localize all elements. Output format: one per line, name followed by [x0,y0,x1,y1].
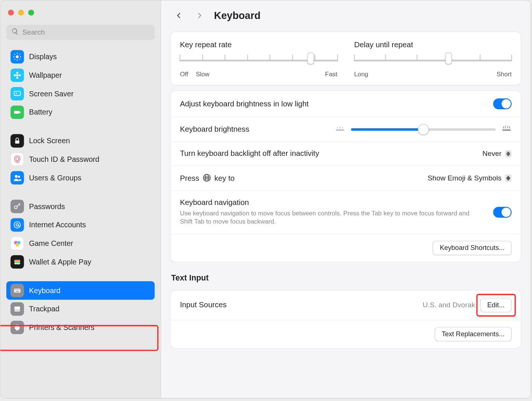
sidebar-item-displays[interactable]: Displays [6,48,155,66]
svg-rect-30 [15,260,20,261]
page-title: Keyboard [214,10,260,22]
text-replacements-button[interactable]: Text Replacements... [435,327,512,341]
svg-rect-17 [20,112,21,113]
key-repeat-slider[interactable] [180,54,337,66]
wallet-icon [10,255,24,269]
edit-input-sources-button[interactable]: Edit... [480,298,512,312]
svg-line-6 [19,59,20,60]
adjust-brightness-toggle[interactable] [493,98,512,109]
input-sources-value: U.S. and Dvorak [423,301,475,309]
sidebar-item-label: Displays [29,52,57,61]
svg-point-9 [16,74,19,76]
screen-icon [10,87,24,100]
svg-point-0 [16,55,19,58]
svg-rect-51 [505,125,506,128]
svg-point-19 [15,175,18,178]
backlight-off-value: Never [483,150,501,158]
zoom-icon[interactable] [28,10,34,16]
svg-rect-16 [14,111,20,114]
users-icon [10,171,24,185]
fingerprint-icon [10,153,24,166]
svg-line-7 [15,59,15,60]
key-repeat-group: Key repeat rate Off Slow Fast [180,40,337,77]
search-icon [12,28,19,37]
sidebar-item-printers-scanners[interactable]: Printers & Scanners [6,318,155,337]
svg-rect-35 [16,289,17,290]
svg-rect-18 [15,141,19,144]
minimize-icon[interactable] [18,10,24,16]
window-controls [6,6,155,25]
delay-group: Delay until repeat Long Short [354,40,512,77]
brightness-panel: Adjust keyboard brightness in low light … [170,90,522,262]
press-globe-label: Press key to [180,174,235,183]
svg-rect-45 [336,129,344,130]
svg-rect-43 [16,325,19,327]
text-input-panel: Input Sources U.S. and Dvorak Edit... Te… [170,290,522,348]
delay-lbl-long: Long [354,70,368,77]
brightness-high-icon [501,125,512,133]
backlight-off-label: Turn keyboard backlight off after inacti… [180,149,319,158]
sidebar-item-internet-accounts[interactable]: Internet Accounts [6,216,155,234]
sidebar-item-battery[interactable]: Battery [6,103,155,122]
sidebar-item-passwords[interactable]: Passwords [6,197,155,216]
sidebar-item-users-groups[interactable]: Users & Groups [6,169,155,187]
svg-rect-34 [15,289,16,290]
sidebar-item-game-center[interactable]: Game Center [6,234,155,253]
sidebar-item-touch-id-password[interactable]: Touch ID & Password [6,150,155,169]
back-button[interactable] [174,10,185,21]
sidebar-item-label: Battery [29,108,52,117]
svg-rect-49 [503,129,511,130]
press-globe-value: Show Emoji & Symbols [428,174,502,183]
battery-icon [10,106,24,119]
sidebar-item-lock-screen[interactable]: Lock Screen [6,132,155,150]
backlight-off-dropdown[interactable]: Never [483,150,512,158]
sidebar-item-label: Game Center [29,239,73,248]
kb-brightness-label: Keyboard brightness [180,125,250,134]
svg-point-28 [16,243,19,246]
svg-rect-14 [14,91,20,95]
kb-brightness-slider[interactable] [351,128,496,131]
sidebar-item-label: Printers & Scanners [29,323,94,332]
svg-rect-50 [503,126,504,128]
sidebar-item-label: Passwords [29,202,65,211]
keyboard-shortcuts-button[interactable]: Keyboard Shortcuts... [433,241,512,255]
svg-point-12 [14,74,16,76]
svg-rect-40 [15,307,20,311]
main-content: Keyboard Key repeat rate Off Slow Fast D… [161,0,531,398]
trackpad-icon [10,302,24,315]
sidebar-item-label: Users & Groups [29,173,81,182]
keyboard-icon [10,284,24,297]
svg-rect-44 [16,328,19,330]
svg-rect-37 [18,289,19,290]
close-icon[interactable] [8,10,14,16]
svg-point-15 [16,93,17,94]
svg-rect-53 [509,126,510,128]
chevron-updown-icon [505,174,512,182]
sidebar-item-keyboard[interactable]: Keyboard [6,281,155,300]
search-placeholder: Search [22,28,45,37]
repeat-lbl-slow: Slow [196,70,209,77]
repeat-panel: Key repeat rate Off Slow Fast Delay unti… [170,32,522,86]
repeat-lbl-fast: Fast [325,70,337,77]
sidebar-item-label: Keyboard [29,286,61,295]
repeat-lbl-off: Off [180,70,188,77]
sidebar-item-label: Screen Saver [29,89,74,98]
sidebar-item-wallpaper[interactable]: Wallpaper [6,66,155,84]
lock-icon [10,134,24,147]
sidebar-item-screen-saver[interactable]: Screen Saver [6,84,155,103]
svg-line-8 [19,54,20,55]
kb-nav-sublabel: Use keyboard navigation to move focus be… [180,209,483,226]
forward-button[interactable] [194,10,205,21]
svg-point-20 [18,176,20,178]
key-icon [10,200,24,213]
delay-slider[interactable] [354,54,512,66]
sidebar-item-wallet-apple-pay[interactable]: Wallet & Apple Pay [6,253,155,271]
settings-window: Search DisplaysWallpaperScreen SaverBatt… [0,0,531,398]
kb-nav-toggle[interactable] [493,207,512,218]
search-input[interactable]: Search [6,25,155,40]
key-repeat-label: Key repeat rate [180,40,337,49]
sidebar-item-trackpad[interactable]: Trackpad [6,300,155,318]
gamecenter-icon [10,237,24,250]
press-globe-dropdown[interactable]: Show Emoji & Symbols [428,174,512,183]
svg-rect-46 [337,127,338,128]
